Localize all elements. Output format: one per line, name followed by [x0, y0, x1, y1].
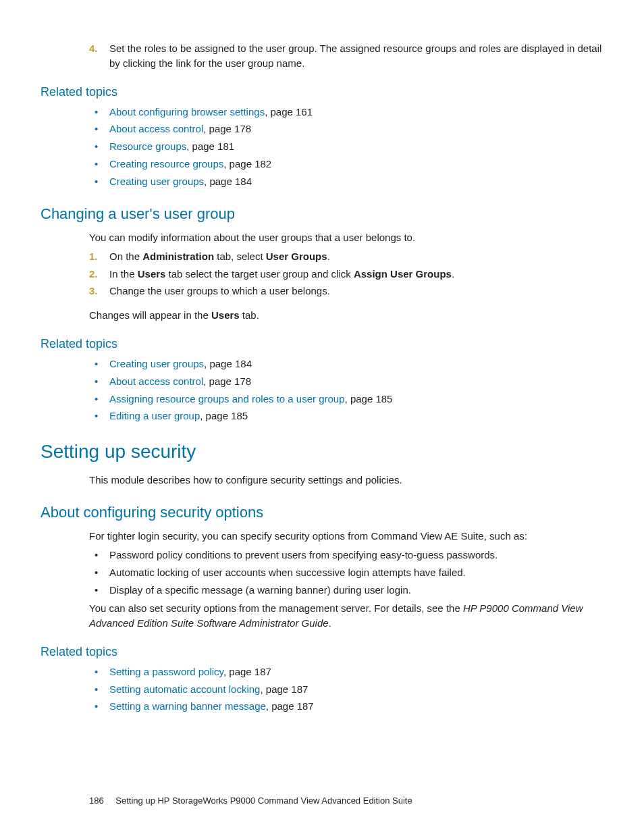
step-number: 1. [89, 249, 98, 264]
link-suffix: , page 185 [345, 393, 393, 405]
step-3: 3. Change the user groups to which a use… [89, 284, 603, 298]
link-suffix: , page 187 [266, 700, 314, 712]
related-link-item: Setting a password policy, page 187 [89, 664, 603, 679]
related-link-item: Creating resource groups, page 182 [89, 157, 603, 172]
intro-setting-up-security: This module describes how to configure s… [89, 473, 603, 488]
link-warning-banner[interactable]: Setting a warning banner message [109, 700, 266, 712]
bold-users-tab: Users [211, 309, 240, 321]
related-topics-list-3: Setting a password policy, page 187 Sett… [89, 664, 603, 714]
link-creating-user-groups[interactable]: Creating user groups [109, 176, 204, 187]
step-number: 3. [89, 284, 98, 298]
list-item: Automatic locking of user accounts when … [89, 565, 603, 580]
related-link-item: About access control, page 178 [89, 374, 603, 389]
text-frag: . [452, 268, 454, 280]
intro-changing-user-group: You can modify information about the use… [89, 230, 603, 245]
link-suffix: , page 178 [203, 123, 251, 134]
link-account-locking[interactable]: Setting automatic account locking [109, 683, 260, 695]
related-topics-list-2: Creating user groups, page 184 About acc… [89, 357, 603, 423]
link-suffix: , page 185 [200, 410, 248, 421]
text-frag: tab. [240, 309, 259, 321]
page-footer: 186 Setting up HP StorageWorks P9000 Com… [89, 795, 603, 808]
text-frag: You can also set security options from t… [89, 602, 463, 614]
step-number: 4. [89, 41, 98, 56]
link-suffix: , page 178 [203, 375, 251, 387]
link-suffix: , page 184 [204, 176, 252, 187]
bold-users: Users [138, 268, 166, 280]
text-frag: tab select the target user group and cli… [165, 268, 354, 280]
link-access-control[interactable]: About access control [109, 123, 203, 134]
footer-text: Setting up HP StorageWorks P9000 Command… [115, 796, 412, 806]
text-frag: . [329, 617, 331, 629]
text-frag: Change the user groups to which a user b… [109, 285, 330, 296]
bold-administration: Administration [142, 251, 214, 262]
related-topics-heading-3: Related topics [41, 643, 603, 660]
related-link-item: Resource groups, page 181 [89, 139, 603, 154]
related-topics-heading-1: Related topics [41, 83, 603, 101]
step-4: 4. Set the roles to be assigned to the u… [89, 41, 603, 71]
link-resource-groups[interactable]: Resource groups [109, 140, 186, 152]
related-link-item: About configuring browser settings, page… [89, 105, 603, 120]
steps-changing-user-group: 1. On the Administration tab, select Use… [89, 249, 603, 298]
link-password-policy[interactable]: Setting a password policy [109, 666, 223, 677]
related-link-item: Creating user groups, page 184 [89, 174, 603, 189]
link-suffix: , page 187 [260, 683, 308, 695]
link-creating-user-groups-2[interactable]: Creating user groups [109, 358, 204, 369]
outro-changing-user-group: Changes will appear in the Users tab. [89, 308, 603, 323]
security-options-list: Password policy conditions to prevent us… [89, 548, 603, 597]
related-link-item: Editing a user group, page 185 [89, 409, 603, 423]
list-item: Display of a specific message (a warning… [89, 583, 603, 598]
link-suffix: , page 187 [223, 666, 271, 677]
related-link-item: Assigning resource groups and roles to a… [89, 392, 603, 407]
step-number: 2. [89, 267, 98, 282]
link-assigning-resource-groups[interactable]: Assigning resource groups and roles to a… [109, 393, 345, 405]
heading-setting-up-security: Setting up security [41, 438, 603, 466]
text-frag: tab, select [214, 251, 266, 262]
link-editing-user-group[interactable]: Editing a user group [109, 410, 200, 421]
bold-assign-user-groups: Assign User Groups [354, 268, 452, 280]
step-text: Set the roles to be assigned to the user… [109, 43, 601, 69]
heading-changing-user-group: Changing a user's user group [41, 203, 603, 225]
list-item: Password policy conditions to prevent us… [89, 548, 603, 563]
heading-configuring-security: About configuring security options [41, 502, 603, 523]
text-frag: Changes will appear in the [89, 309, 211, 321]
related-link-item: About access control, page 178 [89, 122, 603, 136]
link-suffix: , page 182 [223, 158, 271, 170]
link-suffix: , page 181 [186, 140, 234, 152]
link-creating-resource-groups[interactable]: Creating resource groups [109, 158, 223, 170]
text-frag: On the [109, 251, 142, 262]
related-link-item: Setting automatic account locking, page … [89, 682, 603, 697]
link-browser-settings[interactable]: About configuring browser settings [109, 106, 265, 118]
link-access-control-2[interactable]: About access control [109, 375, 203, 387]
text-frag: . [327, 251, 330, 262]
link-suffix: , page 184 [204, 358, 252, 369]
related-link-item: Setting a warning banner message, page 1… [89, 699, 603, 714]
related-link-item: Creating user groups, page 184 [89, 357, 603, 371]
related-topics-heading-2: Related topics [41, 335, 603, 353]
link-suffix: , page 161 [265, 106, 313, 118]
step-1: 1. On the Administration tab, select Use… [89, 249, 603, 264]
intro-configuring-security: For tighter login security, you can spec… [89, 529, 603, 544]
outro-configuring-security: You can also set security options from t… [89, 601, 603, 631]
bold-user-groups: User Groups [266, 251, 327, 262]
page-number: 186 [89, 796, 104, 806]
step-2: 2. In the Users tab select the target us… [89, 267, 603, 282]
related-topics-list-1: About configuring browser settings, page… [89, 105, 603, 189]
step-list-top: 4. Set the roles to be assigned to the u… [89, 41, 603, 71]
text-frag: In the [109, 268, 138, 280]
